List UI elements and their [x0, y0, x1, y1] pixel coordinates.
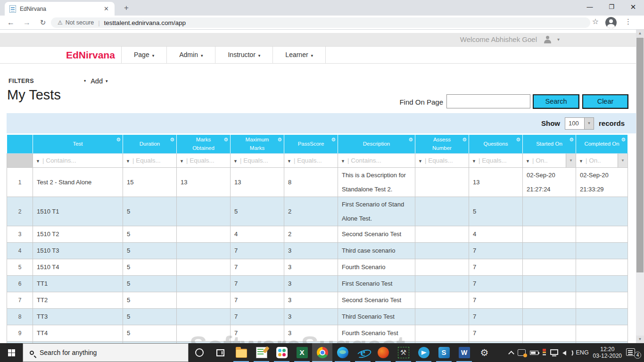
- browser-tab[interactable]: EdNirvana ✕: [5, 2, 115, 16]
- scrollbar-up-icon[interactable]: ▲: [636, 30, 644, 37]
- nav-item-instructor[interactable]: Instructor▾: [215, 47, 272, 63]
- table-row[interactable]: 1Test 2 - Stand Alone1513138This is a De…: [7, 168, 628, 197]
- column-header-started-on[interactable]: Started On⚙: [523, 135, 576, 154]
- filter-cell-description[interactable]: ▼|Contains...: [338, 154, 415, 168]
- filter-funnel-icon[interactable]: ▼: [341, 159, 345, 164]
- table-row[interactable]: 31510 T2542Second Scenario Test4: [7, 226, 628, 243]
- user-icon[interactable]: [544, 36, 551, 43]
- page-scrollbar[interactable]: ▲ ▼: [636, 30, 644, 343]
- gear-icon[interactable]: ⚙: [408, 136, 413, 144]
- tray-status-icon[interactable]: [543, 349, 546, 356]
- browser-profile-icon[interactable]: [605, 17, 617, 28]
- filter-cell-marks-obtained[interactable]: ▼|Equals...: [177, 154, 231, 168]
- task-view-button[interactable]: [210, 343, 231, 362]
- gear-icon[interactable]: ⚙: [331, 136, 336, 144]
- table-row[interactable]: 8TT3573Third Scenario Test7: [7, 309, 628, 325]
- add-filter-button[interactable]: Add: [91, 77, 103, 85]
- tray-app-icon[interactable]: [518, 349, 526, 356]
- column-header-test[interactable]: Test⚙: [33, 135, 123, 154]
- table-row[interactable]: 51510 T4573Fourth Scenario7: [7, 259, 628, 276]
- filter-dropdown-icon[interactable]: ▼: [566, 154, 576, 167]
- brand-logo[interactable]: EdNirvana: [66, 47, 115, 63]
- column-header-passscore[interactable]: PassScore⚙: [284, 135, 338, 154]
- table-row[interactable]: 41510 T3573Third case scenario7: [7, 243, 628, 259]
- back-button[interactable]: ←: [5, 16, 17, 29]
- filter-funnel-icon[interactable]: ▼: [418, 159, 422, 164]
- taskbar-app-notepad[interactable]: [251, 343, 272, 362]
- gear-icon[interactable]: ⚙: [462, 136, 467, 144]
- filter-funnel-icon[interactable]: ▼: [287, 159, 291, 164]
- taskbar-app-dev-tools[interactable]: [393, 343, 413, 362]
- column-header-marks-obtained[interactable]: Marks Obtained⚙: [177, 135, 231, 154]
- start-button[interactable]: [0, 343, 23, 362]
- window-close-button[interactable]: ✕: [622, 0, 644, 15]
- filter-cell-questions[interactable]: ▼|Equals...: [469, 154, 523, 168]
- taskbar-app-excel[interactable]: X: [292, 343, 312, 362]
- volume-icon[interactable]: [562, 349, 572, 356]
- tab-close-icon[interactable]: ✕: [102, 5, 111, 12]
- column-header-duration[interactable]: Duration⚙: [123, 135, 177, 154]
- filter-dropdown-icon[interactable]: ▼: [618, 154, 627, 167]
- add-filter-caret-icon[interactable]: ▾: [106, 79, 108, 83]
- new-tab-button[interactable]: +: [121, 2, 132, 14]
- filter-cell-completed-on[interactable]: ▼|On..▼: [576, 154, 628, 168]
- taskbar-app-slack[interactable]: [272, 343, 292, 362]
- table-row[interactable]: 6TT1573First Scenario Test7: [7, 276, 628, 292]
- filter-funnel-icon[interactable]: ▼: [579, 159, 583, 164]
- taskbar-search-input[interactable]: Search for anything: [23, 343, 189, 362]
- find-on-page-input[interactable]: [446, 94, 530, 108]
- table-row[interactable]: 21510 T1552First Scenario of Stand Alone…: [7, 197, 628, 226]
- gear-icon[interactable]: ⚙: [170, 136, 174, 144]
- scrollbar-thumb[interactable]: [636, 38, 644, 272]
- taskbar-app-file-explorer[interactable]: [231, 343, 251, 362]
- taskbar-app-settings[interactable]: ⚙: [474, 343, 495, 362]
- taskbar-app-chrome[interactable]: [312, 343, 332, 362]
- filter-cell-started-on[interactable]: ▼|On..▼: [523, 154, 576, 168]
- filter-cell-maximum-marks[interactable]: ▼|Equals...: [231, 154, 284, 168]
- filter-funnel-icon[interactable]: ▼: [180, 159, 184, 164]
- scrollbar-down-icon[interactable]: ▼: [636, 336, 644, 343]
- records-count-select[interactable]: 100▼: [565, 117, 594, 130]
- search-button[interactable]: Search: [533, 94, 579, 109]
- filter-funnel-icon[interactable]: ▼: [526, 159, 530, 164]
- taskbar-app-word[interactable]: W: [454, 343, 474, 362]
- gear-icon[interactable]: ⚙: [621, 136, 626, 144]
- nav-item-admin[interactable]: Admin▾: [166, 47, 215, 63]
- nav-item-page[interactable]: Page▾: [121, 47, 166, 63]
- cortana-button[interactable]: [189, 343, 210, 362]
- filter-funnel-icon[interactable]: ▼: [36, 159, 40, 164]
- network-icon[interactable]: [550, 349, 558, 355]
- column-header-description[interactable]: Description⚙: [338, 135, 415, 154]
- forward-button[interactable]: →: [21, 16, 33, 29]
- nav-item-learner[interactable]: Learner▾: [272, 47, 326, 63]
- tray-expand-icon[interactable]: [508, 351, 514, 357]
- gear-icon[interactable]: ⚙: [516, 136, 520, 144]
- filter-cell-assess-number[interactable]: ▼|Equals...: [415, 154, 469, 168]
- user-menu-caret-icon[interactable]: ▾: [557, 33, 560, 46]
- window-maximize-button[interactable]: ❐: [601, 0, 622, 15]
- records-select-caret-icon[interactable]: ▼: [584, 118, 594, 129]
- filter-cell-test[interactable]: ▼|Contains...: [33, 154, 123, 168]
- taskbar-app-skype[interactable]: S: [434, 343, 454, 362]
- filter-cell-passscore[interactable]: ▼|Equals...: [284, 154, 338, 168]
- gear-icon[interactable]: ⚙: [569, 136, 574, 144]
- clear-button[interactable]: Clear: [582, 94, 628, 109]
- browser-menu-icon[interactable]: ⋮: [625, 17, 632, 26]
- column-header-completed-on[interactable]: Completed On⚙: [576, 135, 628, 154]
- notification-center-button[interactable]: 4: [626, 348, 640, 357]
- url-bar[interactable]: ⚠ Not secure | testtalent.ednirvana.com/…: [51, 17, 590, 28]
- taskbar-app-browser-red[interactable]: [373, 343, 393, 362]
- table-row[interactable]: 7TT2573Second Scenario Test7: [7, 292, 628, 309]
- column-header-assess-number[interactable]: Assess Number⚙: [415, 135, 469, 154]
- taskbar-clock[interactable]: 12:20 03-12-2020: [593, 346, 622, 359]
- filter-funnel-icon[interactable]: ▼: [233, 159, 238, 164]
- gear-icon[interactable]: ⚙: [116, 136, 121, 144]
- window-minimize-button[interactable]: —: [579, 0, 601, 15]
- bookmark-star-icon[interactable]: ☆: [592, 17, 599, 26]
- gear-icon[interactable]: ⚙: [277, 136, 282, 144]
- filter-funnel-icon[interactable]: ▼: [472, 159, 476, 164]
- filter-cell-duration[interactable]: ▼|Equals...: [123, 154, 177, 168]
- battery-icon[interactable]: [530, 351, 538, 355]
- taskbar-app-telegram[interactable]: [413, 343, 434, 362]
- filter-funnel-icon[interactable]: ▼: [126, 159, 130, 164]
